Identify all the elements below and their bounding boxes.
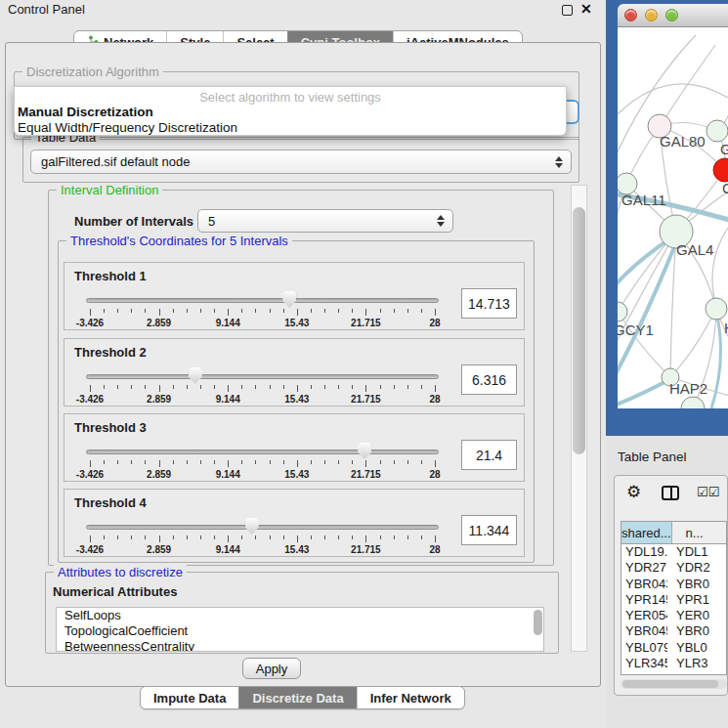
attribute-list-item-topologicalcoefficient[interactable]: TopologicalCoefficient bbox=[57, 623, 543, 639]
slider-thumb[interactable] bbox=[282, 291, 296, 308]
number-of-intervals-value: 5 bbox=[208, 214, 215, 229]
numerical-attributes-list[interactable]: SelfLoopsTopologicalCoefficientBetweenne… bbox=[56, 607, 544, 652]
cell-shared-name: YER054C bbox=[621, 608, 667, 623]
cell-shared-name: YBR043C bbox=[621, 577, 667, 592]
tab-discretize-data[interactable]: Discretize Data bbox=[238, 687, 356, 708]
tab-label: Infer Network bbox=[370, 691, 451, 706]
network-edge[interactable] bbox=[670, 309, 716, 377]
column-header-shared[interactable]: shared... bbox=[621, 522, 672, 543]
network-graph[interactable]: GAL80GACGAL11GAL4GCY1HHAP2 bbox=[618, 27, 728, 408]
list-scrollbar[interactable] bbox=[534, 610, 542, 635]
table-data-selected-value: galFiltered.sif default node bbox=[41, 154, 190, 169]
table-horizontal-scrollbar[interactable] bbox=[621, 679, 727, 689]
slider-tick-labels: -3.4262.8599.14415.4321.71528 bbox=[90, 394, 435, 406]
slider-track[interactable] bbox=[86, 374, 439, 379]
network-node-selected-red[interactable] bbox=[713, 158, 728, 182]
node-label-gal11: GAL11 bbox=[621, 192, 666, 208]
tab-impute-data[interactable]: Impute Data bbox=[141, 687, 238, 708]
threshold-slider-2[interactable]: -3.4262.8599.14415.4321.71528 bbox=[86, 366, 439, 406]
table-panel: ⚙ ☑☑ shared... n... YDL19...YDL1YDR27...… bbox=[614, 475, 728, 696]
network-node-bottom-node[interactable] bbox=[681, 397, 705, 408]
attribute-list-item-selfloops[interactable]: SelfLoops bbox=[57, 608, 543, 623]
bottom-tab-bar: Impute DataDiscretize DataInfer Network bbox=[140, 686, 465, 709]
cell-name: YDR2 bbox=[667, 560, 726, 576]
network-node-gcy1[interactable] bbox=[618, 302, 627, 321]
threshold-value-field[interactable]: 21.4 bbox=[461, 440, 517, 470]
close-traffic-light-icon[interactable] bbox=[624, 9, 637, 21]
number-of-intervals-combobox[interactable]: 5 bbox=[197, 209, 453, 233]
table-row[interactable]: YLR345WYLR3 bbox=[621, 656, 726, 671]
zoom-traffic-light-icon[interactable] bbox=[665, 9, 678, 21]
checkbox-icons[interactable]: ☑☑ bbox=[697, 485, 719, 499]
tab-label: Impute Data bbox=[153, 691, 226, 706]
node-attribute-table: shared... n... YDL19...YDL1YDR27...YDR2Y… bbox=[621, 521, 727, 675]
cell-name: YPR1 bbox=[667, 592, 726, 608]
cell-shared-name: YDR27... bbox=[621, 560, 667, 576]
column-header-name[interactable]: n... bbox=[672, 522, 727, 543]
tab-label: Discretize Data bbox=[252, 691, 343, 706]
node-label-c: C bbox=[722, 180, 728, 196]
network-node-h-node[interactable] bbox=[706, 298, 727, 320]
slider-track[interactable] bbox=[86, 450, 439, 454]
table-row[interactable]: YDL19...YDL1 bbox=[621, 544, 726, 560]
table-row[interactable]: YBL079WYBL0 bbox=[621, 640, 726, 656]
algorithm-dropdown-popup: Select algorithm to view settings Manual… bbox=[14, 86, 567, 136]
threshold-slider-4[interactable]: -3.4262.8599.14415.4321.71528 bbox=[86, 517, 439, 556]
cell-name: YBR0 bbox=[667, 577, 726, 592]
dropdown-item-manual-discretization[interactable]: Manual Discretization bbox=[18, 105, 153, 119]
table-row[interactable]: YBR045CYBR0 bbox=[621, 623, 726, 639]
table-header-row: shared... n... bbox=[621, 522, 726, 544]
threshold-panel-4: Threshold 4-3.4262.8599.14415.4321.71528… bbox=[64, 489, 525, 557]
table-data-combobox[interactable]: galFiltered.sif default node bbox=[30, 150, 572, 174]
threshold-value-field[interactable]: 14.713 bbox=[461, 288, 517, 319]
table-scrollbar-thumb[interactable] bbox=[622, 680, 718, 688]
numerical-attributes-label: Numerical Attributes bbox=[53, 584, 177, 599]
slider-thumb[interactable] bbox=[358, 443, 371, 459]
thresholds-group-title: Threshold's Coordinates for 5 Intervals bbox=[66, 234, 292, 248]
node-label-gal80: GAL80 bbox=[660, 133, 706, 150]
minimize-traffic-light-icon[interactable] bbox=[645, 9, 658, 21]
network-edge[interactable] bbox=[618, 84, 728, 120]
cell-shared-name: YPR145W bbox=[621, 592, 667, 608]
slider-thumb[interactable] bbox=[189, 367, 202, 384]
tab-infer-network[interactable]: Infer Network bbox=[357, 687, 464, 708]
network-canvas[interactable]: GAL80GACGAL11GAL4GCY1HHAP2 bbox=[618, 27, 728, 408]
threshold-slider-1[interactable]: -3.4262.8599.14415.4321.71528 bbox=[86, 290, 439, 329]
node-label-h: H bbox=[724, 320, 728, 336]
node-label-ga: GA bbox=[720, 141, 728, 157]
table-row[interactable]: YPR145WYPR1 bbox=[621, 592, 726, 608]
table-row[interactable]: YDR27...YDR2 bbox=[621, 560, 726, 576]
minimize-icon[interactable] bbox=[562, 5, 573, 16]
table-row[interactable]: YIL052CYIL0 bbox=[621, 671, 726, 675]
slider-track[interactable] bbox=[86, 298, 439, 303]
node-label-gcy1: GCY1 bbox=[618, 321, 654, 338]
network-window-titlebar[interactable] bbox=[618, 4, 728, 27]
network-node-top-right-green[interactable] bbox=[707, 120, 728, 142]
dropdown-item-equal-width-frequency[interactable]: Equal Width/Frequency Discretization bbox=[18, 120, 237, 135]
panel-scrollbar-thumb[interactable] bbox=[573, 207, 585, 454]
slider-tick-labels: -3.4262.8599.14415.4321.71528 bbox=[90, 469, 435, 481]
threshold-panel-3: Threshold 3-3.4262.8599.14415.4321.71528… bbox=[64, 413, 525, 482]
network-edge-thick[interactable] bbox=[711, 311, 720, 408]
close-icon[interactable]: ✕ bbox=[580, 1, 592, 17]
stepper-arrows-icon bbox=[555, 156, 563, 168]
control-panel-titlebar: Control Panel ✕ bbox=[0, 0, 606, 20]
attribute-list-item-betweennesscentrality[interactable]: BetweennessCentrality bbox=[57, 639, 543, 652]
gear-icon[interactable]: ⚙ bbox=[626, 482, 641, 502]
network-edge-thick[interactable] bbox=[618, 379, 670, 407]
apply-button[interactable]: Apply bbox=[242, 658, 301, 679]
slider-track[interactable] bbox=[86, 525, 439, 530]
threshold-value-field[interactable]: 11.344 bbox=[461, 515, 517, 545]
threshold-slider-3[interactable]: -3.4262.8599.14415.4321.71528 bbox=[86, 442, 439, 481]
threshold-value-field[interactable]: 6.316 bbox=[461, 364, 517, 395]
slider-ticks bbox=[90, 385, 435, 393]
table-row[interactable]: YBR043CYBR0 bbox=[621, 577, 726, 592]
threshold-panel-2: Threshold 2-3.4262.8599.14415.4321.71528… bbox=[64, 338, 525, 407]
panel-scrollbar[interactable] bbox=[571, 185, 587, 652]
slider-ticks bbox=[90, 309, 435, 317]
threshold-panel-1: Threshold 1-3.4262.8599.14415.4321.71528… bbox=[64, 262, 525, 330]
table-row[interactable]: YER054CYER0 bbox=[621, 608, 726, 623]
cell-shared-name: YIL052C bbox=[621, 671, 667, 675]
split-column-icon[interactable] bbox=[662, 486, 679, 500]
slider-thumb[interactable] bbox=[245, 518, 259, 535]
